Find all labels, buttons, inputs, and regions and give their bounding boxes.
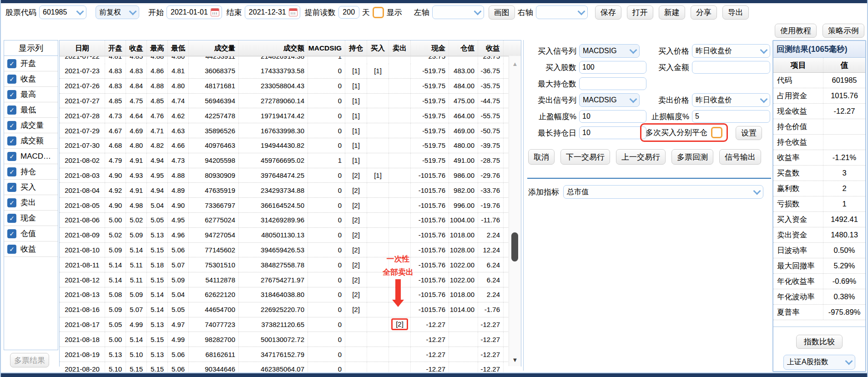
sidebar-item[interactable]: ✓买入 xyxy=(4,180,58,195)
scroll-down-icon[interactable]: ▼ xyxy=(509,357,521,363)
display-columns-header: 显示列 xyxy=(4,40,58,56)
sidebar-item[interactable]: ✓最低 xyxy=(4,102,58,118)
sidebar-item[interactable]: ✓开盘 xyxy=(4,56,58,71)
cell-value: 4.90 xyxy=(172,201,185,209)
sell-price-select[interactable]: 昨日收盘价 xyxy=(692,93,770,107)
table-cell: 1022.00 xyxy=(449,272,478,287)
column-header[interactable]: 现金 xyxy=(411,40,449,56)
stock-code-select[interactable]: 601985 xyxy=(39,5,86,19)
column-header[interactable]: 卖出 xyxy=(389,40,411,56)
cell-value: 4.81 xyxy=(172,67,185,75)
show-toggle[interactable] xyxy=(373,7,384,18)
right-axis-select[interactable] xyxy=(536,5,588,19)
checkbox-checked-icon[interactable]: ✓ xyxy=(7,90,16,99)
sidebar-item[interactable]: ✓仓值 xyxy=(4,226,58,241)
index-select[interactable]: 上证A股指数 xyxy=(783,355,855,370)
action-button[interactable]: 信号输出 xyxy=(719,149,761,165)
add-indicator-select[interactable]: 总市值 xyxy=(563,185,763,199)
table-cell xyxy=(389,153,411,168)
checkbox-checked-icon[interactable]: ✓ xyxy=(7,167,16,176)
scroll-up-icon[interactable]: ▲ xyxy=(509,60,521,67)
action-button[interactable]: 上一交易行 xyxy=(616,149,666,165)
column-header[interactable]: MACDSIG xyxy=(308,40,345,56)
start-date-field[interactable]: 2021-01-01 xyxy=(167,5,222,19)
index-compare-button[interactable]: 指数比较 xyxy=(796,335,843,349)
checkbox-checked-icon[interactable]: ✓ xyxy=(7,229,16,238)
checkbox-checked-icon[interactable]: ✓ xyxy=(7,245,16,254)
column-header[interactable]: 成交量 xyxy=(189,40,239,56)
cell-value: 5.05 xyxy=(172,306,185,313)
checkbox-checked-icon[interactable]: ✓ xyxy=(7,106,16,115)
adjust-mode-select[interactable]: 前复权 xyxy=(96,5,139,19)
calendar-icon[interactable] xyxy=(289,8,298,16)
table-cell: 0 xyxy=(308,213,345,227)
table-cell xyxy=(389,228,411,242)
checkbox-checked-icon[interactable]: ✓ xyxy=(7,183,16,192)
file-button[interactable]: 新建 xyxy=(659,5,685,20)
column-header[interactable]: 收盘 xyxy=(126,40,147,56)
column-header[interactable]: 买入 xyxy=(367,40,389,56)
column-header[interactable]: 最低 xyxy=(168,40,189,56)
max-hold-days-input[interactable] xyxy=(579,126,646,139)
column-header[interactable]: 开盘 xyxy=(105,40,126,56)
checkbox-checked-icon[interactable]: ✓ xyxy=(7,75,16,84)
sidebar-item[interactable]: ✓MACD… xyxy=(4,149,58,164)
settings-button[interactable]: 设置 xyxy=(736,126,762,140)
buy-amount-input[interactable] xyxy=(692,61,770,74)
checkbox-checked-icon[interactable]: ✓ xyxy=(7,152,16,161)
stop-loss-input[interactable] xyxy=(692,110,770,123)
sidebar-item[interactable]: ✓卖出 xyxy=(4,195,58,211)
action-button[interactable]: 多票回测 xyxy=(671,149,713,165)
end-date-label: 结束 xyxy=(227,7,242,18)
file-button[interactable]: 保存 xyxy=(595,5,621,20)
scrollbar-thumb[interactable] xyxy=(511,232,518,261)
max-positions-input[interactable] xyxy=(579,77,646,90)
column-header[interactable]: 收益 xyxy=(478,40,504,56)
cell-value: 347176152.79 xyxy=(261,351,304,358)
action-button[interactable]: 取消 xyxy=(528,149,555,165)
sidebar-item[interactable]: ✓成交额 xyxy=(4,133,58,149)
left-axis-select[interactable] xyxy=(432,5,484,19)
end-date-field[interactable]: 2021-12-31 xyxy=(245,5,300,19)
sidebar-item[interactable]: ✓收盘 xyxy=(4,71,58,87)
buy-price-select[interactable]: 昨日收盘价 xyxy=(692,44,770,58)
draw-button[interactable]: 画图 xyxy=(489,5,515,20)
sidebar-item[interactable]: ✓收益 xyxy=(4,241,58,257)
split-close-toggle[interactable] xyxy=(711,127,722,138)
sidebar-item[interactable]: ✓最高 xyxy=(4,87,58,102)
table-cell: 234293734.88 xyxy=(239,183,308,197)
sidebar-item[interactable]: ✓现金 xyxy=(4,211,58,226)
checkbox-checked-icon[interactable]: ✓ xyxy=(7,121,16,130)
checkbox-checked-icon[interactable]: ✓ xyxy=(7,214,16,223)
multi-stock-result-button[interactable]: 多票结果 xyxy=(10,353,49,367)
checkbox-checked-icon[interactable]: ✓ xyxy=(7,198,16,207)
table-cell: -519.75 xyxy=(411,79,449,93)
sell-signal-select[interactable]: MACDSIG xyxy=(579,93,640,107)
column-header[interactable]: 日期 xyxy=(60,40,105,56)
help-button[interactable]: 使用教程 xyxy=(775,24,817,38)
column-header[interactable]: 持仓 xyxy=(345,40,367,56)
table-cell: 480501130.13 xyxy=(239,228,308,242)
file-button[interactable]: 打开 xyxy=(627,5,653,20)
buy-signal-select[interactable]: MACDSIG xyxy=(579,44,640,58)
sidebar-item[interactable]: ✓持仓 xyxy=(4,164,58,180)
column-header[interactable]: 最高 xyxy=(147,40,168,56)
lookback-input[interactable] xyxy=(338,6,359,19)
result-row: 最大回撤率5.29% xyxy=(773,258,865,274)
table-cell: -55.75 xyxy=(478,108,504,123)
file-button[interactable]: 分享 xyxy=(691,5,717,20)
file-button[interactable]: 导出 xyxy=(722,5,749,20)
column-header[interactable]: 成交额 xyxy=(239,40,308,56)
checkbox-checked-icon[interactable]: ✓ xyxy=(7,136,16,146)
sidebar-item[interactable]: ✓成交量 xyxy=(4,118,58,133)
cell-value: 0 xyxy=(338,171,342,179)
calendar-icon[interactable] xyxy=(211,8,219,16)
table-cell: 0 xyxy=(308,347,345,362)
action-button[interactable]: 下一交易行 xyxy=(560,149,610,165)
help-button[interactable]: 策略示例 xyxy=(823,24,864,38)
table-cell xyxy=(367,56,389,64)
column-header[interactable]: 仓值 xyxy=(449,40,478,56)
table-cell: 4.90 xyxy=(105,168,126,183)
checkbox-checked-icon[interactable]: ✓ xyxy=(7,59,16,68)
table-scrollbar[interactable]: ▲ ▼ xyxy=(509,56,521,366)
